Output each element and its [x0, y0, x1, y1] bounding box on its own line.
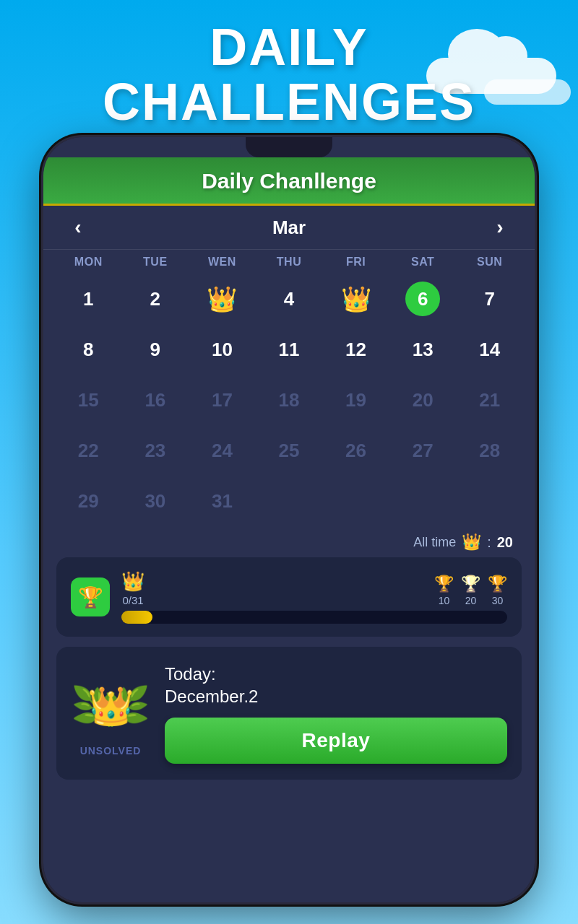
prev-month-button[interactable]: ‹: [65, 216, 91, 239]
table-row[interactable]: 14: [456, 325, 523, 374]
gold-trophy-30-icon: 🏆: [488, 575, 507, 593]
today-crown-wrap: 🌿 👑 🌿 UNSOLVED: [71, 670, 150, 757]
table-row: 21: [456, 375, 523, 424]
table-row[interactable]: 8: [55, 325, 122, 374]
table-row: 19: [322, 375, 389, 424]
page-title-area: DAILY CHALLENGES: [0, 0, 578, 142]
day-header-thu: THU: [256, 256, 323, 269]
phone-inner: Daily Chanllenge ‹ Mar › MON TUE WEN THU…: [43, 137, 535, 902]
replay-button[interactable]: Replay: [165, 718, 507, 764]
milestone-20: 20: [465, 595, 477, 606]
table-row[interactable]: 10: [189, 325, 256, 374]
progress-bar-fill: [121, 611, 152, 624]
progress-section: 👑 0/31 🏆 10 🏆 20 🏆 30: [121, 570, 507, 624]
table-row: 15: [55, 375, 122, 424]
table-row: 30: [122, 476, 189, 526]
table-row: 31: [189, 476, 256, 526]
table-row: 23: [122, 426, 189, 475]
table-row: 18: [256, 375, 323, 424]
day-header-fri: FRI: [322, 256, 389, 269]
table-row[interactable]: 👑: [322, 274, 389, 323]
table-row[interactable]: 4: [256, 274, 323, 323]
table-row[interactable]: 7: [456, 274, 523, 323]
all-time-row: All time 👑 : 20: [43, 528, 535, 557]
progress-crown-icon: 👑: [121, 570, 144, 593]
all-time-count: 20: [497, 534, 513, 551]
day-header-wen: WEN: [189, 256, 256, 269]
app-header: Daily Chanllenge: [43, 157, 535, 206]
table-row: 17: [189, 375, 256, 424]
day-header-sun: SUN: [456, 256, 523, 269]
day-headers: MON TUE WEN THU FRI SAT SUN: [43, 250, 535, 271]
table-row: 24: [189, 426, 256, 475]
today-cell[interactable]: 6: [389, 274, 457, 323]
month-label: Mar: [272, 217, 306, 239]
milestone-10: 10: [439, 595, 450, 606]
month-navigation: ‹ Mar ›: [43, 206, 535, 250]
table-row[interactable]: 1: [55, 274, 122, 323]
today-crown-icon: 👑: [87, 684, 134, 728]
day-header-tue: TUE: [122, 256, 189, 269]
progress-card: 🏆 👑 0/31 🏆 10 🏆 20: [56, 557, 522, 637]
today-card: 🌿 👑 🌿 UNSOLVED Today: December.2 Replay: [56, 647, 522, 780]
today-date: Today: December.2: [165, 663, 507, 707]
table-row[interactable]: 9: [122, 325, 189, 374]
progress-icons-row: 👑 0/31 🏆 10 🏆 20 🏆 30: [121, 570, 507, 606]
phone-frame: Daily Chanllenge ‹ Mar › MON TUE WEN THU…: [43, 137, 535, 902]
all-time-crown-icon: 👑: [462, 533, 481, 552]
table-row[interactable]: 13: [389, 325, 457, 374]
unsolved-status: UNSOLVED: [80, 745, 142, 757]
table-row: 25: [256, 426, 323, 475]
progress-bar: [121, 611, 507, 624]
table-row[interactable]: 12: [322, 325, 389, 374]
table-row[interactable]: 11: [256, 325, 323, 374]
progress-crown-count: 0/31: [122, 594, 143, 606]
table-row: 16: [122, 375, 189, 424]
table-row: 27: [389, 426, 457, 475]
trophy-green-icon: 🏆: [71, 578, 110, 616]
phone-notch: [246, 137, 332, 157]
next-month-button[interactable]: ›: [487, 216, 513, 239]
table-row: 20: [389, 375, 457, 424]
table-row: 29: [55, 476, 122, 526]
table-row[interactable]: 2: [122, 274, 189, 323]
silver-trophy-20-icon: 🏆: [461, 575, 480, 593]
milestone-30: 30: [492, 595, 504, 606]
table-row: 28: [456, 426, 523, 475]
app-header-title: Daily Chanllenge: [43, 169, 535, 193]
all-time-label: All time: [413, 535, 456, 550]
table-row: 22: [55, 426, 122, 475]
bronze-trophy-10-icon: 🏆: [434, 575, 454, 593]
today-info: Today: December.2 Replay: [165, 663, 507, 764]
day-header-sat: SAT: [389, 256, 457, 269]
table-row: 26: [322, 426, 389, 475]
laurel-crown: 🌿 👑 🌿: [71, 670, 150, 742]
table-row[interactable]: 👑: [189, 274, 256, 323]
page-title: DAILY CHALLENGES: [0, 20, 578, 129]
day-header-mon: MON: [55, 256, 122, 269]
calendar-grid: 1 2 👑 4 👑 6 7 8 9 10 11 12 13 14 15 16 1…: [43, 271, 535, 528]
